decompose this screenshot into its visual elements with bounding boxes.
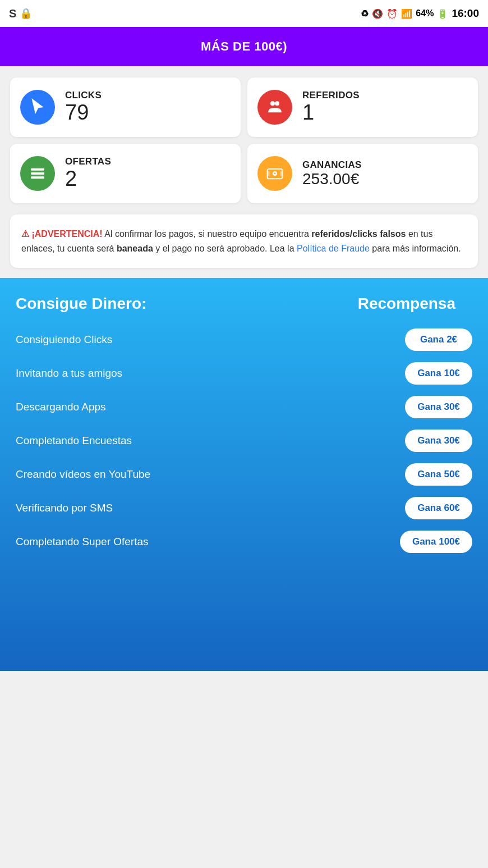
rewards-header: Consigue Dinero: Recompensa <box>16 295 472 313</box>
reward-activity-amigos: Invitando a tus amigos <box>16 366 405 381</box>
status-bar: S 🔒 ♻ 🔇 ⏰ 📶 64% 🔋 16:00 <box>0 0 488 27</box>
ganancias-icon <box>257 156 292 191</box>
svg-rect-2 <box>31 168 44 171</box>
rewards-section-title: Consigue Dinero: <box>16 295 146 313</box>
banner-text: MÁS DE 100€) <box>201 39 287 53</box>
status-right-icons: ♻ 🔇 ⏰ 📶 64% 🔋 16:00 <box>361 7 479 20</box>
reward-activity-encuestas: Completando Encuestas <box>16 433 405 449</box>
rewards-column-header: Recompensa <box>358 295 472 313</box>
reward-row-sms: Verificando por SMS Gana 60€ <box>16 497 472 519</box>
warning-bold2: baneada <box>117 244 153 253</box>
svg-point-0 <box>270 101 275 106</box>
stats-grid: CLICKS 79 REFERIDOS 1 OFERTAS <box>0 66 488 210</box>
fraud-policy-link[interactable]: Política de Fraude <box>297 244 370 253</box>
svg-rect-7 <box>268 171 270 176</box>
battery-text: 64% <box>416 8 434 19</box>
ofertas-card: OFERTAS 2 <box>10 144 241 203</box>
referidos-value: 1 <box>302 101 360 125</box>
reward-activity-super-ofertas: Completando Super Ofertas <box>16 534 400 550</box>
reward-badge-encuestas[interactable]: Gana 30€ <box>405 430 472 452</box>
s-icon: S <box>9 7 16 20</box>
referidos-label: REFERIDOS <box>302 90 360 101</box>
battery-icon: 🔋 <box>437 8 448 19</box>
svg-rect-8 <box>280 171 282 176</box>
hazard-icon: ♻ <box>361 8 369 19</box>
ofertas-info: OFERTAS 2 <box>65 156 111 191</box>
ofertas-icon <box>20 156 55 191</box>
clicks-info: CLICKS 79 <box>65 90 102 125</box>
reward-row-apps: Descargando Apps Gana 30€ <box>16 396 472 418</box>
referidos-info: REFERIDOS 1 <box>302 90 360 125</box>
reward-badge-amigos[interactable]: Gana 10€ <box>405 362 472 385</box>
lock-icon: 🔒 <box>20 7 32 20</box>
reward-row-youtube: Creando vídeos en YouTube Gana 50€ <box>16 463 472 486</box>
banner: MÁS DE 100€) <box>0 27 488 66</box>
svg-point-1 <box>275 101 279 106</box>
mute-icon: 🔇 <box>372 8 383 19</box>
referidos-icon <box>257 90 292 125</box>
clicks-card: CLICKS 79 <box>10 77 241 137</box>
reward-activity-sms: Verificando por SMS <box>16 501 405 516</box>
svg-rect-3 <box>31 172 44 175</box>
clicks-label: CLICKS <box>65 90 102 101</box>
warning-text4: para más información. <box>372 244 461 253</box>
reward-badge-sms[interactable]: Gana 60€ <box>405 497 472 519</box>
rewards-section: Consigue Dinero: Recompensa Consiguiendo… <box>0 278 488 671</box>
ofertas-label: OFERTAS <box>65 156 111 167</box>
referidos-card: REFERIDOS 1 <box>247 77 478 137</box>
alarm-icon: ⏰ <box>386 8 398 19</box>
warning-title: ⚠ ¡ADVERTENCIA! <box>21 229 103 239</box>
reward-row-clicks: Consiguiendo Clicks Gana 2€ <box>16 328 472 351</box>
reward-activity-youtube: Creando vídeos en YouTube <box>16 467 405 482</box>
reward-badge-super-ofertas[interactable]: Gana 100€ <box>400 531 472 553</box>
reward-activity-apps: Descargando Apps <box>16 400 405 415</box>
svg-rect-4 <box>31 176 44 179</box>
ganancias-value: 253.00€ <box>302 171 362 188</box>
reward-badge-clicks[interactable]: Gana 2€ <box>405 328 472 351</box>
clicks-icon <box>20 90 55 125</box>
ganancias-card: GANANCIAS 253.00€ <box>247 144 478 203</box>
reward-activity-clicks: Consiguiendo Clicks <box>16 332 405 348</box>
reward-row-encuestas: Completando Encuestas Gana 30€ <box>16 430 472 452</box>
ganancias-info: GANANCIAS 253.00€ <box>302 159 362 188</box>
reward-row-amigos: Invitando a tus amigos Gana 10€ <box>16 362 472 385</box>
wifi-icon: 📶 <box>401 8 412 19</box>
warning-bold1: referidos/clicks falsos <box>311 229 406 239</box>
warning-text3: y el pago no será aprobado. Lea la <box>155 244 297 253</box>
clicks-value: 79 <box>65 101 102 125</box>
status-left-icons: S 🔒 <box>9 7 32 20</box>
reward-badge-apps[interactable]: Gana 30€ <box>405 396 472 418</box>
reward-row-super-ofertas: Completando Super Ofertas Gana 100€ <box>16 531 472 553</box>
reward-badge-youtube[interactable]: Gana 50€ <box>405 463 472 486</box>
ofertas-value: 2 <box>65 167 111 191</box>
time: 16:00 <box>452 7 479 20</box>
ganancias-label: GANANCIAS <box>302 159 362 171</box>
warning-box: ⚠ ¡ADVERTENCIA! Al confirmar los pagos, … <box>10 214 478 268</box>
warning-text1: Al confirmar los pagos, si nuestro equip… <box>104 229 311 239</box>
